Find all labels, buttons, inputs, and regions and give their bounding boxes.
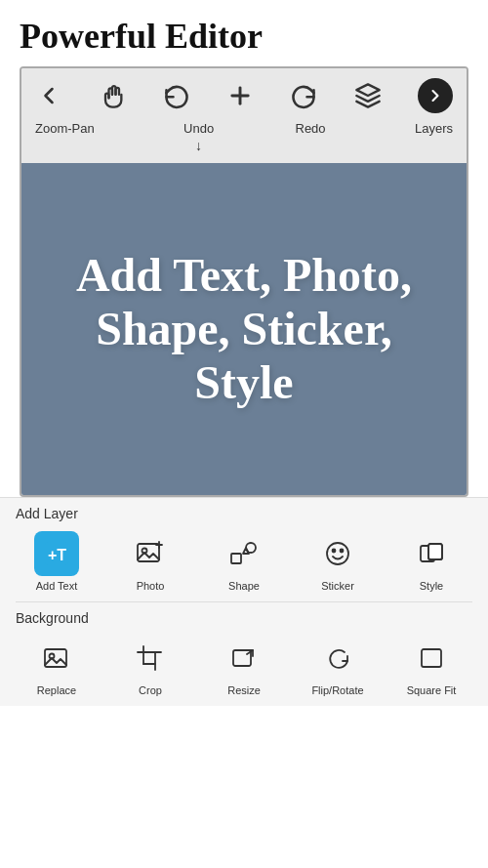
sticker-tool[interactable]: Sticker	[308, 531, 367, 592]
crop-tool[interactable]: Crop	[121, 636, 180, 696]
toolbar	[21, 68, 467, 121]
add-layer-tools-row: +T Add Text Photo	[0, 525, 488, 601]
replace-tool[interactable]: Replace	[27, 636, 86, 696]
resize-tool[interactable]: Resize	[215, 636, 273, 696]
flip-rotate-tool[interactable]: Flip/Rotate	[308, 636, 367, 696]
sticker-label: Sticker	[321, 580, 354, 592]
editor-frame: Zoom-Pan Undo ↓ Redo Layers Add Text, Ph…	[20, 66, 468, 497]
bottom-panel: Add Layer +T Add Text	[0, 497, 488, 706]
photo-icon-box	[128, 531, 173, 576]
svg-rect-16	[428, 544, 442, 559]
svg-rect-9	[231, 554, 241, 563]
svg-rect-26	[422, 649, 441, 667]
toolbar-labels-inner: Zoom-Pan Undo ↓ Redo Layers	[35, 121, 453, 153]
sticker-icon-box	[315, 531, 360, 576]
style-label: Style	[420, 580, 443, 592]
style-tool[interactable]: Style	[402, 531, 461, 592]
svg-point-12	[327, 543, 348, 564]
square-fit-tool[interactable]: Square Fit	[402, 636, 461, 696]
zoom-pan-icon[interactable]	[99, 82, 126, 109]
redo-icon[interactable]	[290, 82, 317, 109]
add-icon[interactable]	[226, 82, 254, 109]
canvas-main-text: Add Text, Photo, Shape, Sticker, Style	[41, 248, 447, 410]
svg-rect-5	[138, 544, 159, 561]
zoom-pan-label: Zoom-Pan	[35, 121, 95, 136]
next-button[interactable]	[418, 78, 453, 113]
back-icon[interactable]	[35, 82, 62, 109]
shape-tool[interactable]: Shape	[215, 531, 273, 592]
layers-label: Layers	[415, 121, 453, 136]
add-layer-section-label: Add Layer	[0, 498, 488, 525]
add-text-tool[interactable]: +T Add Text	[27, 531, 86, 592]
flip-rotate-label: Flip/Rotate	[311, 684, 363, 696]
svg-point-14	[341, 549, 344, 552]
toolbar-icons-row	[35, 78, 453, 113]
square-fit-icon-box	[409, 636, 454, 681]
photo-label: Photo	[137, 580, 165, 592]
photo-tool[interactable]: Photo	[121, 531, 180, 592]
undo-arrow: ↓	[195, 138, 202, 153]
background-tools-row: Replace Crop	[0, 630, 488, 706]
svg-text:+T: +T	[48, 547, 66, 563]
page-header: Powerful Editor	[0, 0, 488, 66]
undo-icon[interactable]	[163, 82, 190, 109]
add-text-label: Add Text	[36, 580, 78, 592]
svg-marker-2	[356, 84, 379, 96]
resize-label: Resize	[227, 684, 261, 696]
redo-label: Redo	[296, 121, 326, 136]
toolbar-labels: Zoom-Pan Undo ↓ Redo Layers	[21, 121, 467, 163]
style-icon-box	[409, 531, 454, 576]
crop-label: Crop	[139, 684, 162, 696]
svg-point-13	[333, 549, 336, 552]
crop-icon-box	[128, 636, 173, 681]
svg-rect-18	[45, 649, 66, 667]
flip-rotate-icon-box	[315, 636, 360, 681]
replace-label: Replace	[37, 684, 76, 696]
canvas-area: Add Text, Photo, Shape, Sticker, Style	[21, 163, 467, 495]
resize-icon-box	[222, 636, 266, 681]
replace-icon-box	[34, 636, 79, 681]
page-title: Powerful Editor	[20, 17, 263, 56]
background-section-label: Background	[0, 602, 488, 630]
undo-label: Undo	[183, 121, 214, 136]
shape-icon-box	[222, 531, 266, 576]
square-fit-label: Square Fit	[407, 684, 457, 696]
shape-label: Shape	[228, 580, 260, 592]
add-text-icon-box: +T	[34, 531, 79, 576]
layers-icon[interactable]	[354, 82, 382, 109]
